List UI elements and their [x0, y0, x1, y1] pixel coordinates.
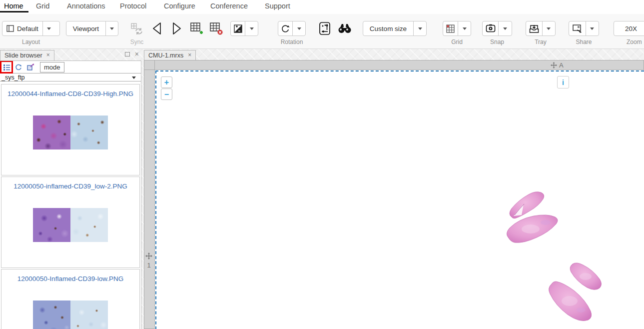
viewer-tab[interactable]: CMU-1.mrxs ×	[144, 50, 196, 60]
zoom-out-button[interactable]: −	[161, 88, 172, 100]
zoom-group: 20X Zoom	[614, 21, 644, 46]
slide-thumbnail[interactable]	[33, 300, 108, 329]
tissue-sections-image	[500, 185, 644, 329]
viewport-button-label: Viewport	[73, 25, 99, 32]
brightness-contrast-button[interactable]	[231, 22, 245, 36]
image-adjustments-button[interactable]	[319, 21, 331, 36]
chevron-down-icon	[250, 28, 254, 30]
chevron-down-icon	[590, 28, 594, 30]
previous-slide-button[interactable]	[151, 21, 162, 36]
zoom-in-button[interactable]: +	[161, 76, 172, 88]
viewport-button[interactable]: Viewport	[66, 22, 105, 36]
menu-annotations[interactable]: Annotations	[67, 2, 105, 10]
grid-remove-icon	[209, 22, 223, 35]
tray-button[interactable]	[526, 22, 542, 36]
menu-grid[interactable]: Grid	[36, 2, 49, 10]
layout-button-label: Default	[17, 25, 38, 32]
tray-group-label: Tray	[526, 38, 556, 46]
list-view-button[interactable]	[2, 62, 11, 72]
menu-configure[interactable]: Configure	[164, 2, 195, 10]
grid-add-icon	[190, 22, 203, 35]
zoom-level-button[interactable]: 20X	[614, 22, 644, 36]
tray-dropdown-button[interactable]	[542, 22, 555, 36]
column-label: A	[559, 62, 564, 69]
info-button[interactable]: i	[557, 76, 569, 88]
menu-support[interactable]: Support	[265, 2, 290, 10]
chevron-down-icon	[297, 28, 301, 30]
brightness-dropdown-button[interactable]	[245, 22, 258, 36]
chevron-down-icon	[463, 28, 467, 30]
custom-size-button[interactable]: Custom size	[363, 22, 413, 36]
panel-close-icon[interactable]: ×	[135, 52, 139, 56]
chevron-down-icon	[47, 28, 51, 30]
folder-select-value: _sys_ftp	[1, 74, 25, 81]
remove-grid-button[interactable]	[209, 21, 223, 36]
layout-group: Default Layout	[2, 21, 60, 46]
share-button[interactable]	[569, 22, 586, 36]
slide-browser-tab[interactable]: Slide browser ×	[0, 50, 54, 60]
add-grid-button[interactable]	[190, 21, 203, 36]
snap-group: Snap	[482, 21, 512, 46]
tissue-piece-upper-large	[507, 215, 558, 242]
grid-icon	[446, 24, 455, 33]
rotation-group-label: Rotation	[278, 38, 306, 46]
adjustments-group	[319, 21, 331, 36]
snap-button[interactable]	[483, 22, 498, 36]
menu-protocol[interactable]: Protocol	[120, 2, 146, 10]
layout-dropdown-button[interactable]	[42, 22, 55, 36]
find-button[interactable]	[338, 21, 352, 36]
folder-select[interactable]: _sys_ftp	[0, 73, 141, 82]
refresh-button[interactable]	[14, 62, 23, 72]
layout-button[interactable]: Default	[2, 22, 42, 36]
zoom-group-label: Zoom	[614, 38, 644, 46]
find-group	[338, 21, 352, 36]
move-icon	[551, 62, 557, 68]
menu-conference[interactable]: Conference	[210, 2, 248, 10]
column-marker[interactable]: A	[551, 62, 564, 69]
custom-size-label: Custom size	[370, 25, 407, 32]
share-dropdown-button[interactable]	[586, 22, 599, 36]
slide-list-item[interactable]: 12000050-inflamed-CD39_low-2.PNG	[1, 176, 140, 268]
previous-group	[151, 21, 162, 36]
slide-browser-toolbar: mode	[0, 61, 141, 73]
slide-thumbnail[interactable]	[33, 116, 108, 150]
slide-list-item[interactable]: 12000044-Inflamed-CD8-CD39-High.PNG	[1, 84, 140, 176]
slide-name: 12000050-Inflamed-CD39-low.PNG	[1, 275, 139, 282]
snap-group-label: Snap	[482, 38, 512, 46]
menu-home[interactable]: Home	[4, 2, 23, 10]
tissue-piece-lower-large	[549, 282, 592, 321]
grid-dropdown-button[interactable]	[458, 22, 471, 36]
panel-restore-icon[interactable]	[125, 52, 130, 56]
grid-tool-button[interactable]	[443, 22, 458, 36]
slide-thumbnail[interactable]	[33, 208, 108, 242]
snap-dropdown-button[interactable]	[498, 22, 512, 36]
rotation-button[interactable]	[278, 22, 292, 36]
slide-name: 12000044-Inflamed-CD8-CD39-High.PNG	[1, 90, 139, 98]
next-slide-button[interactable]	[171, 21, 182, 36]
thumbnail-left-stain	[33, 300, 70, 329]
sync-button[interactable]	[128, 21, 146, 36]
brightness-group	[230, 21, 258, 36]
viewport-dropdown-button[interactable]	[105, 22, 118, 36]
mode-button[interactable]: mode	[40, 62, 64, 72]
add-grid-group	[190, 21, 203, 36]
refresh-icon	[15, 64, 22, 70]
slide-list-item[interactable]: 12000050-Inflamed-CD39-low.PNG	[1, 269, 140, 329]
slide-browser-tab-close-icon[interactable]: ×	[46, 52, 50, 58]
export-button[interactable]	[26, 62, 35, 72]
custom-size-dropdown-button[interactable]	[413, 22, 426, 36]
menu-home-label: Home	[4, 2, 23, 10]
viewer-tab-close-icon[interactable]: ×	[188, 52, 191, 60]
rotation-group: Rotation	[278, 21, 306, 46]
active-tab-underline	[0, 11, 28, 12]
tissue-piece-top-small	[510, 192, 544, 218]
triangle-right-icon	[171, 22, 182, 35]
row-marker[interactable]: 1	[145, 252, 152, 269]
slide-name: 12000050-inflamed-CD39_low-2.PNG	[1, 182, 139, 190]
camera-icon	[486, 24, 496, 33]
viewer-canvas[interactable]: + − i	[155, 70, 644, 329]
rotation-dropdown-button[interactable]	[292, 22, 305, 36]
slide-browser-panel: mode _sys_ftp 12000044-Inflamed-CD8-CD39…	[0, 60, 141, 329]
brightness-contrast-icon	[234, 24, 242, 33]
remove-grid-group	[209, 21, 223, 36]
